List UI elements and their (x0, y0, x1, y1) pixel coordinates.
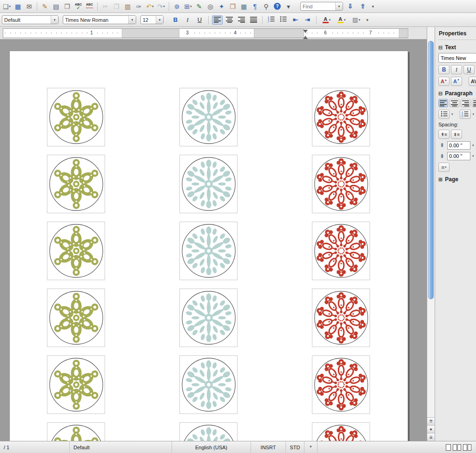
new-document-dropdown-icon[interactable]: ▾ (9, 5, 11, 8)
below-spacing-spinner-icon[interactable]: ▾ (472, 154, 474, 158)
character-spacing-button[interactable]: AV (469, 77, 476, 86)
undo-dropdown-icon[interactable]: ▾ (152, 5, 154, 8)
font-name-dropdown-icon[interactable]: ▾ (128, 16, 136, 24)
shrink-font-button[interactable]: A▼ (451, 77, 462, 86)
sidebar-align-justify-button[interactable] (472, 99, 476, 107)
paste-button[interactable]: ▥ (122, 1, 133, 12)
table-button[interactable]: ⊞▾ (183, 1, 193, 12)
vertical-scrollbar[interactable]: ⇈ ● ⇊ (427, 27, 435, 441)
sidebar-bold-button[interactable]: B (438, 65, 450, 74)
paragraph-style-input[interactable] (2, 17, 51, 23)
sidebar-bullets-button[interactable] (438, 110, 450, 119)
ornament-red-medallion-row-4[interactable] (312, 289, 370, 347)
ornament-olive-ornament-row-1[interactable] (47, 88, 105, 146)
paragraph-style-dropdown-icon[interactable]: ▾ (51, 16, 58, 24)
sidebar-numbering-dropdown-icon[interactable]: ▾ (473, 112, 475, 116)
help-button[interactable]: ? (272, 1, 283, 12)
edit-file-button[interactable]: ✎ (40, 1, 50, 12)
find-input[interactable] (301, 4, 335, 9)
document-page[interactable] (9, 51, 408, 441)
find-next-button[interactable]: ⇩ (345, 1, 356, 12)
font-color-button[interactable]: A ▾ (320, 15, 333, 25)
ornament-red-medallion-row-1[interactable] (312, 88, 370, 146)
align-justify-button[interactable] (248, 15, 259, 25)
bold-button[interactable]: B (170, 15, 181, 25)
decrease-indent-button[interactable]: ⇤ (290, 15, 301, 25)
ornament-teal-snowflake-row-4[interactable] (179, 289, 238, 347)
align-center-button[interactable] (224, 15, 235, 25)
gallery-button[interactable]: ❒ (227, 1, 238, 12)
zoom-button[interactable]: ⚲ (261, 1, 271, 12)
ruler-indent-marker[interactable] (303, 30, 308, 35)
language-indicator[interactable]: English (USA) (172, 441, 251, 453)
scrollbar-thumb[interactable] (428, 41, 434, 299)
formatting-toolbar-options-icon[interactable]: ▾ (364, 18, 370, 22)
underline-button[interactable]: U (194, 15, 205, 25)
new-document-button[interactable]: ❏▾ (1, 1, 12, 12)
ornament-red-medallion-row-5[interactable] (312, 355, 370, 414)
font-name-input[interactable] (63, 17, 128, 23)
selection-mode-indicator[interactable]: STD (286, 441, 304, 453)
horizontal-ruler[interactable]: 13467 (0, 27, 427, 39)
increase-spacing-button[interactable]: ⇞≡ (438, 130, 450, 139)
sidebar-align-center-button[interactable] (450, 99, 459, 107)
highlighting-dropdown-icon[interactable]: ▾ (344, 18, 346, 22)
undo-button[interactable]: ↶▾ (145, 1, 155, 12)
book-view-button[interactable] (463, 444, 471, 451)
decrease-spacing-button[interactable]: ⇟≡ (451, 130, 462, 139)
navigation-browse-button[interactable]: ● (427, 425, 435, 433)
ornament-red-medallion-row-2[interactable] (312, 155, 370, 213)
ornament-olive-ornament-row-5[interactable] (47, 355, 105, 414)
line-spacing-button[interactable]: ≡▾ (438, 163, 450, 172)
numbering-button[interactable]: 123 (266, 15, 277, 25)
grow-font-button[interactable]: A▲ (438, 77, 450, 86)
previous-page-button[interactable]: ⇈ (427, 417, 435, 425)
collapse-section-icon[interactable]: ⊟ (438, 91, 443, 96)
print-button[interactable]: ▤ (51, 1, 61, 12)
find-previous-button[interactable]: ⇧ (357, 1, 368, 12)
hyperlink-button[interactable]: ⊚ (172, 1, 182, 12)
sidebar-align-left-button[interactable] (438, 99, 448, 107)
increase-indent-button[interactable]: ⇥ (302, 15, 313, 25)
find-replace-button[interactable]: ◎ (205, 1, 216, 12)
ornament-olive-ornament-row-4[interactable] (47, 289, 105, 347)
navigator-button[interactable]: ✦ (216, 1, 227, 12)
nonprinting-characters-button[interactable]: ¶ (250, 1, 260, 12)
page-preview-button[interactable]: ❐ (62, 1, 73, 12)
ornament-red-medallion-row-6[interactable] (312, 422, 370, 441)
sidebar-italic-button[interactable]: I (451, 65, 462, 74)
sidebar-numbering-button[interactable]: 123 (460, 110, 471, 119)
italic-button[interactable]: I (182, 15, 193, 25)
expand-section-icon[interactable]: ⊞ (438, 177, 443, 182)
ornament-olive-ornament-row-3[interactable] (47, 222, 105, 280)
ornament-red-medallion-row-3[interactable] (312, 222, 370, 280)
above-paragraph-spacing-input[interactable] (447, 141, 470, 150)
below-paragraph-spacing-input[interactable] (447, 152, 470, 160)
save-button[interactable]: ▦ (13, 1, 23, 12)
find-toolbar-options-icon[interactable]: ▾ (370, 4, 376, 9)
redo-button[interactable]: ↷▾ (156, 1, 166, 12)
ornament-teal-snowflake-row-1[interactable] (179, 88, 238, 146)
auto-spellcheck-button[interactable]: ABC~~~ (84, 1, 95, 12)
insert-mode-indicator[interactable]: INSRT (251, 441, 286, 453)
toolbar-options-button[interactable]: ▾ (283, 1, 294, 12)
sidebar-bullets-dropdown-icon[interactable]: ▾ (451, 112, 453, 116)
bullets-button[interactable] (278, 15, 289, 25)
above-spacing-spinner-icon[interactable]: ▾ (472, 144, 474, 147)
next-page-button[interactable]: ⇊ (427, 433, 435, 441)
ornament-olive-ornament-row-2[interactable] (47, 155, 105, 213)
spelling-button[interactable]: ABC✓ (73, 1, 84, 12)
ornament-teal-snowflake-row-5[interactable] (179, 355, 238, 414)
table-dropdown-icon[interactable]: ▾ (190, 5, 192, 8)
sidebar-align-right-button[interactable] (461, 99, 470, 107)
font-size-input[interactable] (141, 17, 156, 23)
ornament-olive-ornament-row-6[interactable] (47, 422, 105, 441)
line-spacing-dropdown-icon[interactable]: ▾ (445, 165, 447, 169)
ornament-teal-snowflake-row-3[interactable] (179, 222, 238, 280)
page-style-indicator[interactable]: Default (70, 441, 172, 453)
ornament-teal-snowflake-row-2[interactable] (179, 155, 238, 213)
ruler-strip[interactable]: 13467 (3, 28, 408, 38)
background-color-button[interactable]: ▨ ▾ (350, 15, 363, 25)
multi-page-view-button[interactable] (453, 444, 461, 451)
document-canvas[interactable] (0, 39, 427, 441)
